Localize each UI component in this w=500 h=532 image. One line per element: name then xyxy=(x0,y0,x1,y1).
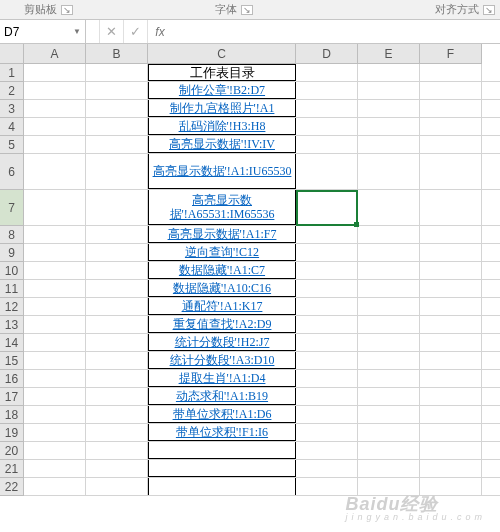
cell[interactable] xyxy=(358,406,420,423)
cell[interactable] xyxy=(24,352,86,369)
cell[interactable] xyxy=(296,118,358,135)
cell[interactable] xyxy=(420,226,482,243)
cell[interactable] xyxy=(24,424,86,441)
cell[interactable] xyxy=(296,136,358,153)
cell[interactable] xyxy=(86,154,148,189)
cell[interactable] xyxy=(86,226,148,243)
cell[interactable] xyxy=(296,280,358,297)
cell[interactable] xyxy=(296,316,358,333)
cell[interactable] xyxy=(420,280,482,297)
col-header-F[interactable]: F xyxy=(420,44,482,64)
row-header[interactable]: 2 xyxy=(0,82,24,100)
cell[interactable] xyxy=(358,460,420,477)
cell[interactable] xyxy=(24,82,86,99)
cell[interactable] xyxy=(420,82,482,99)
cell[interactable] xyxy=(420,370,482,387)
dialog-launcher-icon[interactable]: ↘ xyxy=(61,5,73,15)
insert-function-button[interactable]: fx xyxy=(148,20,172,43)
cell[interactable] xyxy=(296,370,358,387)
col-header-C[interactable]: C xyxy=(148,44,296,64)
cell[interactable] xyxy=(358,82,420,99)
cell[interactable] xyxy=(420,460,482,477)
hyperlink-cell[interactable]: 统计分数段'!H2:J7 xyxy=(148,334,296,351)
cell[interactable] xyxy=(358,370,420,387)
cell[interactable] xyxy=(358,280,420,297)
cell[interactable] xyxy=(296,424,358,441)
cell[interactable] xyxy=(86,352,148,369)
cell[interactable] xyxy=(24,406,86,423)
cell[interactable] xyxy=(358,226,420,243)
name-box[interactable]: D7 ▼ xyxy=(0,20,86,43)
hyperlink-cell[interactable]: 带单位求积'!A1:D6 xyxy=(148,406,296,423)
row-header[interactable]: 8 xyxy=(0,226,24,244)
cell[interactable] xyxy=(24,316,86,333)
cell[interactable] xyxy=(296,226,358,243)
row-header[interactable]: 5 xyxy=(0,136,24,154)
cell[interactable] xyxy=(296,442,358,459)
cell[interactable] xyxy=(296,262,358,279)
cell[interactable] xyxy=(358,64,420,81)
cell[interactable] xyxy=(420,424,482,441)
cell[interactable] xyxy=(24,262,86,279)
row-header[interactable]: 18 xyxy=(0,406,24,424)
cell[interactable] xyxy=(86,334,148,351)
cell[interactable] xyxy=(296,352,358,369)
hyperlink-cell[interactable]: 通配符'!A1:K17 xyxy=(148,298,296,315)
cell[interactable] xyxy=(420,478,482,495)
cell[interactable] xyxy=(86,460,148,477)
dialog-launcher-icon[interactable]: ↘ xyxy=(241,5,253,15)
cell[interactable] xyxy=(420,442,482,459)
cell[interactable] xyxy=(420,118,482,135)
cell[interactable] xyxy=(24,118,86,135)
cell[interactable] xyxy=(86,316,148,333)
hyperlink-cell[interactable]: 提取生肖'!A1:D4 xyxy=(148,370,296,387)
cell[interactable] xyxy=(296,154,358,189)
cell[interactable] xyxy=(86,370,148,387)
row-header[interactable]: 6 xyxy=(0,154,24,190)
hyperlink-cell[interactable]: 乱码消除'!H3:H8 xyxy=(148,118,296,135)
cell[interactable] xyxy=(24,226,86,243)
cell[interactable] xyxy=(86,388,148,405)
cell[interactable] xyxy=(24,334,86,351)
cell[interactable] xyxy=(86,280,148,297)
cell[interactable] xyxy=(358,154,420,189)
hyperlink-cell[interactable]: 制作公章'!B2:D7 xyxy=(148,82,296,99)
cancel-button[interactable]: ✕ xyxy=(100,20,124,43)
cell[interactable] xyxy=(24,64,86,81)
select-all-corner[interactable] xyxy=(0,44,24,64)
hyperlink-cell[interactable]: 数据隐藏'!A1:C7 xyxy=(148,262,296,279)
cell[interactable] xyxy=(24,388,86,405)
row-header[interactable]: 12 xyxy=(0,298,24,316)
cell[interactable] xyxy=(358,442,420,459)
col-header-A[interactable]: A xyxy=(24,44,86,64)
cell[interactable] xyxy=(296,82,358,99)
hyperlink-cell[interactable]: 高亮显示数据'!A1:IU65530 xyxy=(148,154,296,189)
col-header-E[interactable]: E xyxy=(358,44,420,64)
cell[interactable] xyxy=(420,316,482,333)
hyperlink-cell[interactable]: 数据隐藏'!A10:C16 xyxy=(148,280,296,297)
cell[interactable] xyxy=(24,154,86,189)
row-header[interactable]: 15 xyxy=(0,352,24,370)
cell[interactable] xyxy=(420,406,482,423)
cell[interactable] xyxy=(358,388,420,405)
cell[interactable] xyxy=(24,190,86,225)
cell[interactable] xyxy=(358,244,420,261)
cell[interactable] xyxy=(86,424,148,441)
row-header[interactable]: 13 xyxy=(0,316,24,334)
confirm-button[interactable]: ✓ xyxy=(124,20,148,43)
hyperlink-cell[interactable]: 高亮显示数据'!IV:IV xyxy=(148,136,296,153)
formula-input[interactable] xyxy=(172,20,500,43)
hyperlink-cell[interactable]: 逆向查询'!C12 xyxy=(148,244,296,261)
row-header[interactable]: 14 xyxy=(0,334,24,352)
cell[interactable] xyxy=(420,190,482,225)
cell[interactable] xyxy=(420,100,482,117)
cell[interactable] xyxy=(420,334,482,351)
col-header-D[interactable]: D xyxy=(296,44,358,64)
chevron-down-icon[interactable]: ▼ xyxy=(73,27,81,36)
cell[interactable] xyxy=(358,118,420,135)
cell[interactable] xyxy=(24,298,86,315)
cell[interactable] xyxy=(24,370,86,387)
cell[interactable] xyxy=(420,64,482,81)
hyperlink-cell[interactable]: 高亮显示数据'!A65531:IM65536 xyxy=(148,190,296,225)
row-header[interactable]: 4 xyxy=(0,118,24,136)
